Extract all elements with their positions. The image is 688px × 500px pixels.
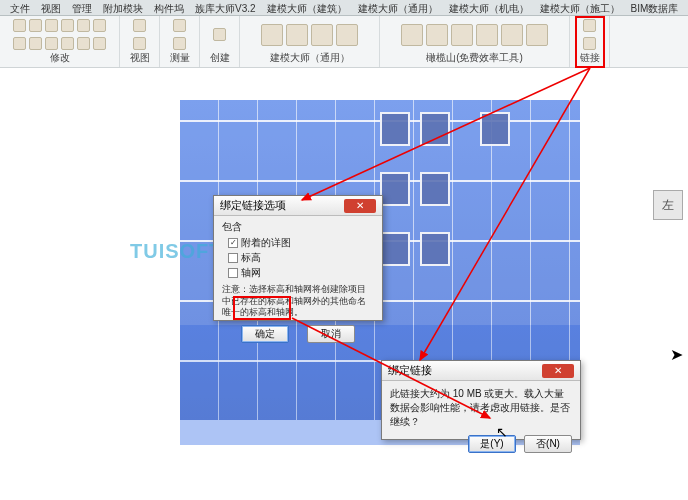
dialog-title: 绑定链接 (388, 363, 432, 378)
ribbon: 修改 视图 测量 创建 建模大师（通用） 橄榄山(免费效率工具) 链接 (0, 16, 688, 68)
tool-icon[interactable] (61, 37, 74, 50)
tab-file[interactable]: 文件 (6, 2, 34, 13)
tool-icon[interactable] (336, 24, 358, 46)
tool-icon[interactable] (173, 19, 186, 32)
ribbon-group-label: 链接 (576, 51, 603, 65)
yes-button[interactable]: 是(Y) (468, 435, 516, 453)
cursor-icon: ➤ (670, 345, 683, 364)
tool-icon[interactable] (77, 19, 90, 32)
checkbox-label: 轴网 (241, 266, 261, 280)
tool-icon[interactable] (311, 24, 333, 46)
tab-zuku[interactable]: 族库大师V3.2 (191, 2, 260, 13)
tool-icon[interactable] (29, 37, 42, 50)
ribbon-group-label: 创建 (206, 51, 233, 65)
tab-addins[interactable]: 附加模块 (99, 2, 147, 13)
dialog-message: 此链接大约为 10 MB 或更大。载入大量数据会影响性能，请考虑改用链接。是否继… (382, 381, 580, 435)
dialog-title: 绑定链接选项 (220, 198, 286, 213)
tab-master-general[interactable]: 建模大师（通用） (354, 2, 442, 13)
tab-view[interactable]: 视图 (37, 2, 65, 13)
checkbox-grids[interactable] (228, 268, 238, 278)
tool-icon[interactable] (93, 37, 106, 50)
tab-manage[interactable]: 管理 (68, 2, 96, 13)
tool-icon[interactable] (401, 24, 423, 46)
cancel-button[interactable]: 取消 (307, 325, 355, 343)
menu-tabs: 文件 视图 管理 附加模块 构件坞 族库大师V3.2 建模大师（建筑） 建模大师… (0, 0, 688, 16)
tool-icon[interactable] (13, 37, 26, 50)
ribbon-group-label: 橄榄山(免费效率工具) (386, 51, 563, 65)
tool-icon[interactable] (61, 19, 74, 32)
tool-icon[interactable] (45, 19, 58, 32)
view-cube[interactable]: 左 (653, 190, 683, 220)
tool-icon[interactable] (451, 24, 473, 46)
tool-icon[interactable] (45, 37, 58, 50)
ribbon-group-label: 修改 (6, 51, 113, 65)
checkbox-label: 标高 (241, 251, 261, 265)
tab-master-mep[interactable]: 建模大师（机电） (445, 2, 533, 13)
ribbon-group-label: 视图 (126, 51, 153, 65)
checkbox-attached-detail[interactable]: ✓ (228, 238, 238, 248)
tab-goujianwu[interactable]: 构件坞 (150, 2, 188, 13)
checkbox-levels[interactable] (228, 253, 238, 263)
bind-link-warning-dialog: 绑定链接 ✕ 此链接大约为 10 MB 或更大。载入大量数据会影响性能，请考虑改… (381, 360, 581, 440)
group-label: 包含 (222, 220, 374, 234)
tab-master-arch[interactable]: 建模大师（建筑） (263, 2, 351, 13)
ribbon-group-label: 建模大师（通用） (246, 51, 373, 65)
manage-links-icon[interactable] (583, 19, 596, 32)
checkbox-label: 附着的详图 (241, 236, 291, 250)
tool-icon[interactable] (476, 24, 498, 46)
tool-icon[interactable] (77, 37, 90, 50)
tool-icon[interactable] (13, 19, 26, 32)
tool-icon[interactable] (261, 24, 283, 46)
dialog-titlebar[interactable]: 绑定链接选项 ✕ (214, 196, 382, 216)
tool-icon[interactable] (501, 24, 523, 46)
no-button[interactable]: 否(N) (524, 435, 572, 453)
tool-icon[interactable] (29, 19, 42, 32)
bind-link-options-dialog: 绑定链接选项 ✕ 包含 ✓附着的详图 标高 轴网 注意：选择标高和轴网将创建除项… (213, 195, 383, 321)
tool-icon[interactable] (526, 24, 548, 46)
tab-master-construction[interactable]: 建模大师（施工） (536, 2, 624, 13)
link-icon[interactable] (583, 37, 596, 50)
ok-button[interactable]: 确定 (241, 325, 289, 343)
ribbon-group-label: 测量 (166, 51, 193, 65)
tool-icon[interactable] (133, 19, 146, 32)
watermark: TUISOFT (130, 240, 223, 263)
close-icon[interactable]: ✕ (344, 199, 376, 213)
tool-icon[interactable] (426, 24, 448, 46)
tool-icon[interactable] (213, 28, 226, 41)
dialog-note: 注意：选择标高和轴网将创建除项目中已存在的标高和轴网外的其他命名唯一的标高和轴网… (222, 284, 374, 319)
tool-icon[interactable] (93, 19, 106, 32)
tab-bimdb[interactable]: BIM数据库 (627, 2, 683, 13)
tool-icon[interactable] (133, 37, 146, 50)
dialog-titlebar[interactable]: 绑定链接 ✕ (382, 361, 580, 381)
tool-icon[interactable] (286, 24, 308, 46)
close-icon[interactable]: ✕ (542, 364, 574, 378)
tool-icon[interactable] (173, 37, 186, 50)
